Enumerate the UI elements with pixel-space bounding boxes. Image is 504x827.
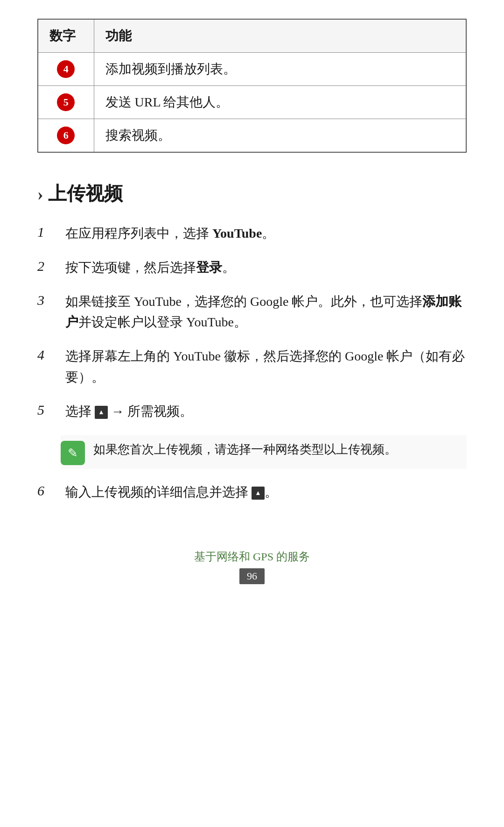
footer: 基于网络和 GPS 的服务 96 [37,540,467,584]
page-number: 96 [239,568,265,584]
table-cell-number: 4 [38,53,94,86]
steps-list: 1 在应用程序列表中，选择 YouTube。 2 按下选项键，然后选择登录。 3… [37,223,467,502]
step-1: 1 在应用程序列表中，选择 YouTube。 [37,223,467,244]
table-cell-function: 发送 URL 给其他人。 [94,86,466,119]
section-title: 上传视频 [48,181,123,206]
step-text-1: 在应用程序列表中，选择 YouTube。 [65,223,467,244]
step-text-6: 输入上传视频的详细信息并选择 ▲。 [65,482,467,503]
note-icon [61,441,85,465]
step-text-2: 按下选项键，然后选择登录。 [65,257,467,278]
step-number-5: 5 [37,401,61,418]
step-6: 6 输入上传视频的详细信息并选择 ▲。 [37,482,467,503]
note-text: 如果您首次上传视频，请选择一种网络类型以上传视频。 [93,440,397,459]
step-number-6: 6 [37,482,61,499]
step-text-3: 如果链接至 YouTube，选择您的 Google 帐户。此外，也可选择添加账户… [65,291,467,333]
table-header-function: 功能 [94,19,466,53]
step-number-1: 1 [37,223,61,240]
step-text-5: 选择 ▲ → 所需视频。 [65,401,467,422]
reference-table: 数字 功能 4添加视频到播放列表。5发送 URL 给其他人。6搜索视频。 [37,19,467,153]
step-number-3: 3 [37,291,61,308]
step-number-4: 4 [37,346,61,363]
table-cell-number: 6 [38,119,94,153]
table-header-number: 数字 [38,19,94,53]
step-5: 5 选择 ▲ → 所需视频。 [37,401,467,422]
step-2: 2 按下选项键，然后选择登录。 [37,257,467,278]
table-cell-function: 添加视频到播放列表。 [94,53,466,86]
section-title-container: › 上传视频 [37,181,467,206]
note-box: 如果您首次上传视频，请选择一种网络类型以上传视频。 [61,435,467,469]
upload-icon-5: ▲ [95,406,108,419]
table-cell-number: 5 [38,86,94,119]
step-4: 4 选择屏幕左上角的 YouTube 徽标，然后选择您的 Google 帐户（如… [37,346,467,388]
table-cell-function: 搜索视频。 [94,119,466,153]
step-3: 3 如果链接至 YouTube，选择您的 Google 帐户。此外，也可选择添加… [37,291,467,333]
chevron-icon: › [37,184,43,204]
footer-text: 基于网络和 GPS 的服务 [37,549,467,564]
step-number-2: 2 [37,257,61,274]
step-text-4: 选择屏幕左上角的 YouTube 徽标，然后选择您的 Google 帐户（如有必… [65,346,467,388]
upload-icon-6: ▲ [252,487,265,500]
